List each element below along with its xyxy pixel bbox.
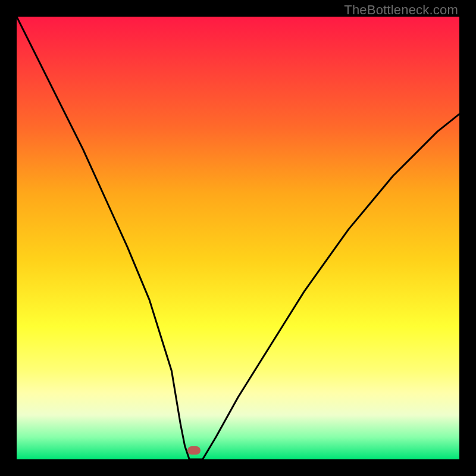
curve-svg	[17, 17, 459, 459]
minimum-marker	[187, 446, 201, 455]
plot-area	[17, 17, 459, 459]
bottleneck-curve	[17, 17, 459, 459]
watermark-text: TheBottleneck.com	[344, 2, 458, 18]
chart-frame: TheBottleneck.com	[0, 0, 476, 476]
